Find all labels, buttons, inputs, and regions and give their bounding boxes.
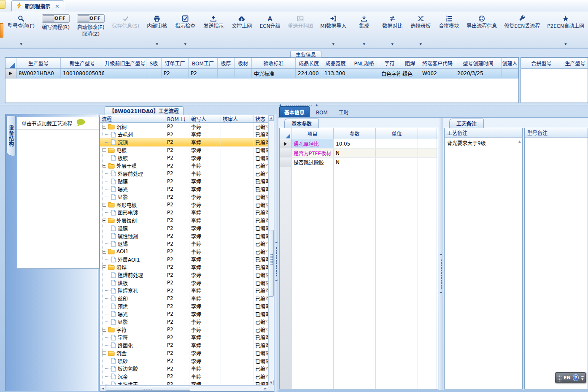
tree-node-终固化[interactable]: 终固化P2李婷已编写 [100,341,268,349]
column-header[interactable]: 字符 [379,58,400,68]
scroll-down-icon[interactable]: ▼ [269,380,274,385]
toolbar-repair-ecn-flow-button[interactable]: 修复ECN丢流程 [503,14,541,47]
collapse-left-icon[interactable]: ◄ [440,253,442,256]
select-all-cell[interactable] [5,58,16,68]
collapse-icon[interactable] [102,164,106,168]
tree-node-烘板[interactable]: 烘板P2李婷已编写 [100,279,268,287]
tab-close-icon[interactable]: × [55,3,59,9]
tree-node-外层干膜[interactable]: 外层干膜P2李婷已编写 [100,162,268,170]
tree-node-退膜[interactable]: 退膜P2李婷已编写 [100,224,268,232]
tree-column-header[interactable]: 编写人 [189,115,221,122]
tab-process-remark[interactable]: 工艺备注 [449,119,484,128]
cell-验收标准[interactable]: 中兴标准 [252,69,296,78]
cell-成品宽度[interactable]: 113.300 [322,69,349,78]
tab-basic-params[interactable]: 基本参数 [284,119,319,128]
tab-new-flow-instruction[interactable]: 新流程指示 × [11,0,64,11]
param-value-cell[interactable]: 10.05 [334,139,376,148]
tree-node-碱性蚀刻[interactable]: 碱性蚀刻P2李婷已编写 [100,232,268,240]
tree-column-header[interactable]: 状态 [254,115,269,122]
toolbar-ecn-upgrade-button[interactable]: AECN升级 [259,14,281,47]
dropdown-arrow-icon[interactable]: ▼ [332,43,334,46]
param-unit-cell[interactable] [376,158,418,167]
column-header[interactable]: 生产型号 [16,58,61,68]
column-header[interactable]: 板厚 [218,58,235,68]
toolbar-p2ecn-auto-upload-button[interactable]: P2ECN自动上网▼ [546,14,585,47]
tree-node-外层前处理[interactable]: 外层前处理P2李婷已编写 [100,170,268,178]
dropdown-arrow-icon[interactable]: ▼ [391,43,393,46]
toolbar-mi-data-import-button[interactable]: MI数据导入▼ [319,14,347,47]
cell-创建人[interactable] [502,69,518,78]
tree-node-外层蚀刻[interactable]: 外层蚀刻P2李婷已编写 [100,216,268,224]
params-column-header[interactable]: 单位 [376,128,418,139]
tree-node-AOI1[interactable]: AOI1P2李婷已编写 [100,248,268,256]
param-unit-cell[interactable] [376,139,418,148]
collapse-icon[interactable] [102,265,106,269]
tree-node-图形电镀[interactable]: 图形电镀P2李婷已编写 [100,201,268,209]
cell-PNL规格[interactable] [349,69,379,78]
column-header[interactable]: 验收标准 [252,58,296,68]
tree-node-阻焊前处理[interactable]: 阻焊前处理P2李婷已编写 [100,271,268,279]
dropdown-arrow-icon[interactable]: ▼ [20,43,22,46]
scroll-left-icon[interactable]: ◄ [100,386,105,391]
select-all-cell[interactable] [280,128,291,139]
param-name-cell[interactable]: 是否为PTFE板材 [291,149,334,157]
toolbar-model-query-button[interactable]: 型号查询(F)▼ [7,14,35,47]
tree-node-丝印[interactable]: 丝印P2李婷已编写 [100,295,268,303]
collapse-left-icon[interactable]: ◄ [275,241,277,244]
param-value-cell[interactable]: N [334,149,376,157]
toolbar-select-motherboard-button[interactable]: 选择母板▼ [409,14,432,47]
column-header[interactable]: 成品宽度 [322,58,349,68]
cell-板材[interactable] [235,69,252,78]
tree-node-沉铜[interactable]: 沉铜P2李婷已编写 [100,138,268,146]
param-name-cell[interactable]: 通孔厚径比 [291,139,334,148]
toolbar-write-flow-button[interactable]: OFF编写流程(R) [41,14,70,47]
param-row-是否跳过除胶[interactable]: 是否跳过除胶N [280,158,438,167]
param-row-通孔厚径比[interactable]: 通孔厚径比10.05 [280,139,438,149]
tree-node-电镀[interactable]: 电镀P2李婷已编写 [100,146,268,154]
toolbar-data-compare-button[interactable]: 数据对比▼ [381,14,404,47]
column-header[interactable]: 型号创建时间 [455,58,502,68]
param-extra-cell[interactable] [418,158,437,167]
collapse-left-icon[interactable]: ◄ [440,291,442,294]
cell-BOM工厂[interactable]: P2 [189,69,218,78]
dropdown-arrow-icon[interactable]: ▼ [156,43,158,46]
column-header[interactable]: 成品长度 [296,58,322,68]
param-extra-cell[interactable] [418,139,437,148]
param-unit-cell[interactable] [376,149,418,157]
cell-终端客户代码[interactable]: W002 [420,69,455,78]
tree-node-水洗烘干[interactable]: 水洗烘干P2李婷已编写 [100,381,268,386]
column-header[interactable]: 阻焊 [400,58,420,68]
toolbar-export-flow-info-button[interactable]: 导出流程信息 [466,14,498,47]
cell-板厚[interactable] [218,69,235,78]
tree-node-沉铜[interactable]: 沉铜P2李婷已编写 [100,123,268,131]
collapse-icon[interactable] [102,203,106,207]
column-header[interactable]: S板 [146,58,162,68]
help-icon[interactable]: ? [573,374,579,381]
toolbar-start-modify-button[interactable]: OFF启动修改(E)取消(Z) [76,14,105,47]
write-flow-toggle[interactable]: OFF [42,14,70,23]
tree-node-板镀[interactable]: 板镀P2李婷已编写 [100,154,268,162]
param-name-cell[interactable]: 是否跳过除胶 [291,158,334,167]
params-column-header[interactable]: 参数 [334,128,376,139]
tree-node-阻焊[interactable]: 阻焊P2李婷已编写 [100,263,268,271]
column-header[interactable]: PNL规格 [349,58,379,68]
column-header[interactable]: 升级前旧生产型号 [104,58,146,68]
process-remark-body[interactable]: 背光要求大于9级 ▲ [445,138,522,148]
tree-node-曝光[interactable]: 曝光P2李婷已编写 [100,310,268,318]
toolbar-internal-audit-button[interactable]: 内部审核▼ [146,14,168,47]
tree-vertical-scrollbar[interactable]: ▲ ▼ [268,115,274,385]
collapse-icon[interactable] [102,250,106,254]
language-indicator[interactable]: EN [564,375,571,381]
cell-升级前旧生产型号[interactable] [104,69,146,78]
cell-新生产型号[interactable]: 10010800050360 [61,69,104,78]
tree-node-预烘[interactable]: 预烘P2李婷已编写 [100,303,268,311]
cell-生产型号[interactable]: 8W0021HDA0 [16,69,61,78]
tree-node-显影[interactable]: 显影P2李婷已编写 [100,318,268,326]
cell-成品长度[interactable]: 224.000 [296,69,322,78]
tab-device-structure[interactable]: 设备结构 [6,116,16,156]
model-grid-selected-row[interactable]: 8W0021HDA010010800050360P2P2中兴标准224.0001… [5,69,518,78]
dropdown-arrow-icon[interactable]: ▼ [419,43,421,46]
tree-node-字符[interactable]: 字符P2李婷已编写 [100,334,268,342]
column-header[interactable]: 新生产型号 [61,58,104,68]
tree-node-喷砂[interactable]: 喷砂P2李婷已编写 [100,357,268,365]
